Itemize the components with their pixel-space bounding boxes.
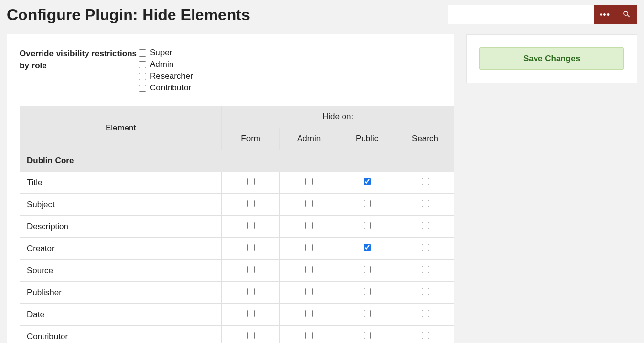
table-row: Title [20, 172, 454, 194]
column-header: Admin [280, 128, 338, 150]
checkbox-cell [338, 304, 396, 326]
table-row: Contributor [20, 326, 454, 343]
main-panel: Override visibility restrictions by role… [7, 34, 454, 343]
checkbox-cell [396, 172, 454, 194]
element-name-cell: Description [20, 216, 222, 238]
checkbox-cell [222, 260, 280, 282]
role-item[interactable]: Super [139, 48, 193, 58]
checkbox-cell [396, 238, 454, 260]
hide-checkbox[interactable] [247, 310, 255, 317]
checkbox-cell [280, 216, 338, 238]
hide-checkbox[interactable] [305, 288, 313, 295]
hide-checkbox[interactable] [422, 178, 429, 185]
checkbox-cell [222, 326, 280, 343]
checkbox-cell [222, 194, 280, 216]
element-name-cell: Subject [20, 194, 222, 216]
section-title: Dublin Core [20, 150, 454, 172]
role-checkbox[interactable] [139, 61, 146, 68]
element-name-cell: Title [20, 172, 222, 194]
hide-checkbox[interactable] [364, 178, 371, 185]
role-item[interactable]: Contributor [139, 83, 193, 93]
hide-checkbox[interactable] [305, 200, 313, 207]
hide-checkbox[interactable] [247, 288, 255, 295]
hide-checkbox[interactable] [364, 332, 371, 339]
hide-checkbox[interactable] [247, 332, 255, 339]
checkbox-cell [280, 238, 338, 260]
hide-checkbox[interactable] [247, 244, 255, 251]
role-label: Researcher [150, 71, 193, 81]
hide-checkbox[interactable] [364, 200, 371, 207]
checkbox-cell [280, 194, 338, 216]
checkbox-cell [222, 282, 280, 304]
table-row: Subject [20, 194, 454, 216]
checkbox-cell [222, 238, 280, 260]
checkbox-cell [338, 216, 396, 238]
search-options-button[interactable]: ••• [594, 5, 616, 24]
search-input[interactable] [448, 5, 594, 24]
side-panel: Save Changes [466, 34, 637, 83]
save-changes-button[interactable]: Save Changes [479, 47, 624, 70]
search-submit-button[interactable] [616, 5, 637, 24]
hide-checkbox[interactable] [422, 244, 429, 251]
hide-checkbox[interactable] [247, 200, 255, 207]
role-list: SuperAdminResearcherContributor [139, 48, 193, 93]
hide-checkbox[interactable] [422, 310, 429, 317]
table-row: Date [20, 304, 454, 326]
hide-checkbox[interactable] [305, 222, 313, 229]
role-checkbox[interactable] [139, 73, 146, 80]
column-header: Public [338, 128, 396, 150]
hide-on-header: Hide on: [222, 106, 454, 128]
checkbox-cell [396, 326, 454, 343]
hide-checkbox[interactable] [305, 310, 313, 317]
hide-checkbox[interactable] [247, 178, 255, 185]
checkbox-cell [338, 260, 396, 282]
checkbox-cell [396, 194, 454, 216]
hide-checkbox[interactable] [305, 178, 313, 185]
checkbox-cell [222, 172, 280, 194]
hide-checkbox[interactable] [247, 222, 255, 229]
checkbox-cell [338, 326, 396, 343]
hide-checkbox[interactable] [422, 266, 429, 273]
hide-checkbox[interactable] [422, 200, 429, 207]
hide-checkbox[interactable] [422, 332, 429, 339]
page-title: Configure Plugin: Hide Elements [7, 6, 250, 24]
hide-checkbox[interactable] [422, 288, 429, 295]
checkbox-cell [396, 304, 454, 326]
hide-checkbox[interactable] [364, 310, 371, 317]
role-item[interactable]: Admin [139, 60, 193, 69]
checkbox-cell [396, 216, 454, 238]
checkbox-cell [222, 216, 280, 238]
checkbox-cell [280, 260, 338, 282]
checkbox-cell [280, 282, 338, 304]
override-label: Override visibility restrictions by role [20, 48, 139, 72]
hide-checkbox[interactable] [422, 222, 429, 229]
table-row: Publisher [20, 282, 454, 304]
checkbox-cell [338, 172, 396, 194]
hide-checkbox[interactable] [305, 266, 313, 273]
role-checkbox[interactable] [139, 85, 146, 92]
role-item[interactable]: Researcher [139, 71, 193, 81]
hide-checkbox[interactable] [364, 222, 371, 229]
column-header: Search [396, 128, 454, 150]
hide-checkbox[interactable] [305, 332, 313, 339]
hide-checkbox[interactable] [364, 244, 371, 251]
table-row: Creator [20, 238, 454, 260]
role-checkbox[interactable] [139, 49, 146, 57]
hide-checkbox[interactable] [247, 266, 255, 273]
hide-checkbox[interactable] [364, 266, 371, 273]
checkbox-cell [222, 304, 280, 326]
checkbox-cell [396, 260, 454, 282]
table-row: Description [20, 216, 454, 238]
checkbox-cell [280, 172, 338, 194]
hide-checkbox[interactable] [305, 244, 313, 251]
checkbox-cell [338, 282, 396, 304]
column-header: Form [222, 128, 280, 150]
element-name-cell: Publisher [20, 282, 222, 304]
search-icon [623, 10, 631, 20]
role-label: Admin [150, 60, 173, 69]
hide-checkbox[interactable] [364, 288, 371, 295]
element-name-cell: Contributor [20, 326, 222, 343]
checkbox-cell [338, 194, 396, 216]
role-label: Contributor [150, 83, 191, 93]
checkbox-cell [338, 238, 396, 260]
